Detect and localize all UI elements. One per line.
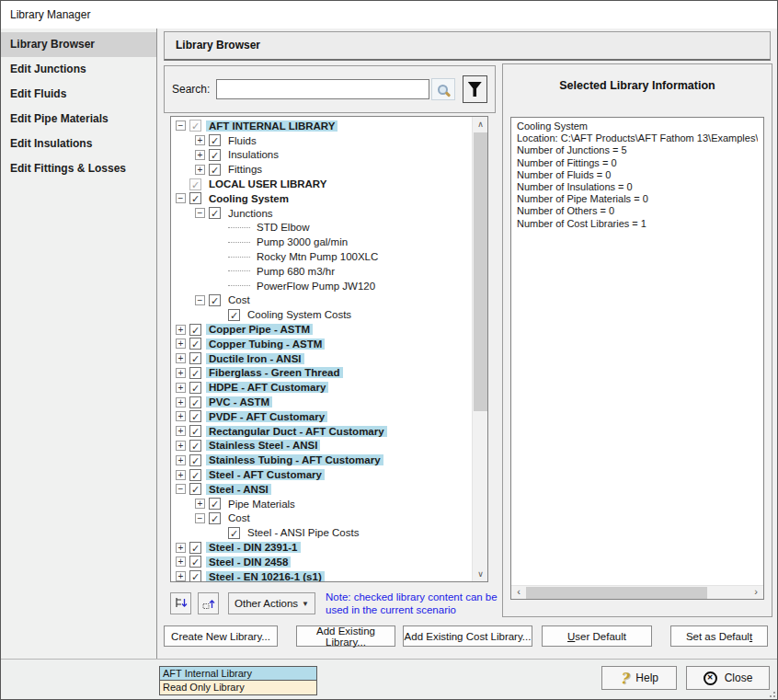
tree-checkbox[interactable]: ✓: [189, 178, 201, 190]
tree-item[interactable]: Pump 680 m3/hr: [176, 264, 472, 279]
tree-checkbox[interactable]: ✓: [189, 352, 201, 364]
tree-item[interactable]: −✓AFT INTERNAL LIBRARY: [176, 119, 472, 133]
scroll-left-icon[interactable]: ‹: [511, 586, 526, 600]
tree-checkbox[interactable]: ✓: [189, 367, 201, 379]
tree-item[interactable]: ✓Cooling System Costs: [176, 307, 472, 322]
expand-icon[interactable]: +: [176, 325, 186, 335]
tree-item[interactable]: −✓Cost: [176, 511, 472, 526]
tree-item[interactable]: +✓HDPE - AFT Customary: [176, 380, 472, 395]
tree-item[interactable]: −✓Steel - ANSI: [176, 482, 472, 497]
expand-icon[interactable]: +: [195, 499, 205, 509]
tree-checkbox[interactable]: ✓: [209, 207, 221, 219]
tree-item[interactable]: +✓Ductile Iron - ANSI: [176, 351, 472, 366]
tree-checkbox[interactable]: ✓: [189, 120, 201, 132]
tree-checkbox[interactable]: ✓: [209, 498, 221, 510]
collapse-icon[interactable]: −: [195, 513, 205, 523]
sidebar-item-edit-fluids[interactable]: Edit Fluids: [1, 82, 156, 107]
tree-item[interactable]: +✓Fiberglass - Green Thread: [176, 366, 472, 381]
tree-checkbox[interactable]: ✓: [189, 542, 201, 554]
tree-checkbox[interactable]: ✓: [189, 382, 201, 394]
tree-checkbox[interactable]: ✓: [209, 512, 221, 524]
expand-icon[interactable]: +: [176, 557, 186, 567]
tree-item[interactable]: −✓Cost: [176, 293, 472, 308]
collapse-icon[interactable]: −: [176, 120, 186, 131]
tree-checkbox[interactable]: ✓: [209, 149, 221, 161]
expand-icon[interactable]: +: [176, 441, 186, 451]
tree-checkbox[interactable]: ✓: [228, 527, 240, 539]
info-horizontal-scrollbar[interactable]: ‹ ›: [511, 585, 763, 599]
help-button[interactable]: ? Help: [601, 666, 677, 690]
collapse-all-button[interactable]: [198, 592, 219, 614]
tree-checkbox[interactable]: ✓: [209, 164, 221, 176]
user-default-button[interactable]: User Default: [542, 625, 652, 647]
tree-item[interactable]: Pump 3000 gal/min: [176, 235, 472, 249]
tree-item[interactable]: +✓Steel - AFT Customary: [176, 467, 472, 482]
tree-item[interactable]: −✓Cooling System: [176, 191, 472, 206]
collapse-icon[interactable]: −: [195, 295, 205, 305]
tree-item[interactable]: +✓Steel - DIN 2391-1: [176, 540, 472, 555]
scrollbar-thumb[interactable]: [474, 132, 487, 411]
tree-checkbox[interactable]: ✓: [189, 469, 201, 481]
tree-item[interactable]: +✓Steel - DIN 2458: [176, 555, 472, 569]
add-existing-library-button[interactable]: Add Existing Library...: [296, 625, 395, 647]
expand-icon[interactable]: +: [176, 470, 186, 480]
expand-icon[interactable]: +: [176, 426, 186, 436]
search-button[interactable]: [431, 78, 455, 100]
tree-item[interactable]: +✓Insulations: [176, 148, 472, 163]
collapse-icon[interactable]: −: [176, 484, 186, 494]
expand-icon[interactable]: +: [176, 368, 186, 378]
tree-checkbox[interactable]: ✓: [189, 192, 201, 204]
tree-checkbox[interactable]: ✓: [189, 338, 201, 350]
tree-checkbox[interactable]: ✓: [189, 324, 201, 336]
expand-icon[interactable]: +: [176, 353, 186, 363]
expand-icon[interactable]: +: [176, 571, 186, 581]
tree-item[interactable]: +✓Fittings: [176, 162, 472, 177]
sidebar-item-edit-fittings-losses[interactable]: Edit Fittings & Losses: [1, 156, 156, 181]
resize-grip-icon[interactable]: [768, 690, 775, 697]
tree-item[interactable]: +✓Copper Tubing - ASTM: [176, 337, 472, 351]
tree-item[interactable]: +✓Stainless Tubing - AFT Customary: [176, 453, 472, 467]
create-new-library-button[interactable]: Create New Library...: [164, 625, 278, 647]
tree-item[interactable]: STD Elbow: [176, 221, 472, 235]
expand-icon[interactable]: +: [176, 411, 186, 421]
set-as-default-button[interactable]: Set as Default: [670, 625, 768, 647]
expand-icon[interactable]: +: [176, 383, 186, 393]
tree-item[interactable]: PowerFlow Pump JW120: [176, 279, 472, 293]
other-actions-button[interactable]: Other Actions ▼: [228, 592, 315, 614]
expand-icon[interactable]: +: [176, 397, 186, 407]
scroll-right-icon[interactable]: ›: [749, 586, 763, 600]
expand-all-button[interactable]: [170, 592, 191, 614]
add-existing-cost-library-button[interactable]: Add Existing Cost Library...: [403, 625, 532, 647]
search-input[interactable]: [216, 79, 429, 99]
tree-checkbox[interactable]: ✓: [189, 556, 201, 568]
tree-checkbox[interactable]: ✓: [189, 570, 201, 581]
tree-item[interactable]: +✓Pipe Materials: [176, 497, 472, 511]
tree-item[interactable]: −✓Junctions: [176, 206, 472, 221]
tree-item[interactable]: +✓PVDF - AFT Customary: [176, 409, 472, 424]
tree-item[interactable]: ✓LOCAL USER LIBRARY: [176, 177, 472, 191]
scroll-up-icon[interactable]: ∧: [473, 117, 488, 132]
tree-checkbox[interactable]: ✓: [189, 440, 201, 452]
tree-item[interactable]: +✓Fluids: [176, 133, 472, 148]
tree-vertical-scrollbar[interactable]: ∧ ∨: [472, 117, 487, 581]
scrollbar-thumb[interactable]: [526, 587, 707, 599]
expand-icon[interactable]: +: [176, 455, 186, 465]
tree-item[interactable]: Rocky Mtn Pump 100XLC: [176, 249, 472, 264]
expand-icon[interactable]: +: [176, 543, 186, 553]
expand-icon[interactable]: +: [195, 150, 205, 160]
tree-checkbox[interactable]: ✓: [189, 454, 201, 466]
tree-checkbox[interactable]: ✓: [209, 134, 221, 146]
close-button[interactable]: ✕ Close: [686, 666, 770, 690]
sidebar-item-edit-junctions[interactable]: Edit Junctions: [1, 57, 156, 82]
tree-item[interactable]: +✓Rectangular Duct - AFT Customary: [176, 424, 472, 439]
sidebar-item-library-browser[interactable]: Library Browser: [1, 32, 156, 57]
tree-item[interactable]: ✓Steel - ANSI Pipe Costs: [176, 525, 472, 540]
tree-item[interactable]: +✓Copper Pipe - ASTM: [176, 322, 472, 337]
tree-item[interactable]: +✓Steel - EN 10216-1 (s1): [176, 569, 472, 581]
tree-checkbox[interactable]: ✓: [189, 410, 201, 422]
tree-checkbox[interactable]: ✓: [228, 309, 240, 321]
sidebar-item-edit-insulations[interactable]: Edit Insulations: [1, 132, 156, 156]
scroll-down-icon[interactable]: ∨: [473, 567, 488, 581]
expand-icon[interactable]: +: [195, 165, 205, 175]
filter-button[interactable]: [463, 75, 488, 103]
